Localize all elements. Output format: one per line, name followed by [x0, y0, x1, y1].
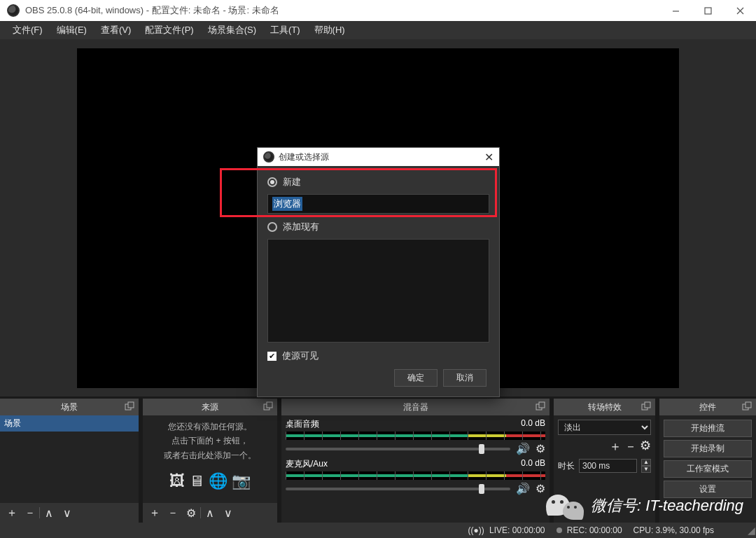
add-source-button[interactable]: ＋ — [146, 504, 164, 521]
resize-grip-icon[interactable]: ◢ — [748, 525, 753, 536]
hint-line: 或者右击此处添加一个。 — [147, 448, 273, 462]
scenes-toolbar: ＋ － ∧ ∨ — [0, 503, 139, 523]
sources-empty-hint: 您还没有添加任何源。 点击下面的 + 按钮， 或者右击此处添加一个。 🖼 🖥 🌐… — [143, 415, 277, 503]
cpu-status: CPU: 3.9%, 30.00 fps — [634, 525, 714, 535]
remove-source-button[interactable]: － — [164, 504, 182, 521]
menu-file[interactable]: 文件(F) — [6, 22, 50, 39]
svg-rect-13 — [746, 402, 751, 408]
mixer-panel: 混音器 桌面音频0.0 dB 🔊⚙ 麦克风/Aux0.0 dB 🔊⚙ — [281, 399, 550, 523]
popout-icon[interactable] — [536, 401, 545, 411]
cancel-button[interactable]: 取消 — [443, 369, 486, 387]
scene-item[interactable]: 场景 — [0, 415, 139, 432]
existing-sources-list[interactable] — [267, 239, 489, 343]
wechat-icon — [546, 492, 584, 520]
watermark: 微信号: IT-teacherding — [546, 492, 743, 520]
duration-label: 时长 — [558, 460, 575, 472]
add-transition-button[interactable]: ＋ — [609, 438, 622, 455]
status-bar: ((●)) LIVE: 00:00:00 REC: 00:00:00 CPU: … — [0, 523, 756, 538]
svg-rect-7 — [267, 402, 272, 408]
gear-icon[interactable]: ⚙ — [536, 442, 545, 455]
image-icon: 🖼 — [169, 468, 185, 494]
sources-toolbar: ＋ － ⚙ ∧ ∨ — [143, 503, 277, 523]
ok-button[interactable]: 确定 — [394, 369, 438, 387]
menu-help[interactable]: 帮助(H) — [307, 22, 352, 39]
menu-scenes[interactable]: 场景集合(S) — [201, 22, 263, 39]
menu-view[interactable]: 查看(V) — [94, 22, 138, 39]
camera-icon: 📷 — [232, 468, 251, 494]
popout-icon[interactable] — [641, 401, 651, 411]
hint-line: 点击下面的 + 按钮， — [147, 434, 273, 448]
radio-icon — [267, 177, 277, 187]
minimize-button[interactable] — [659, 0, 692, 21]
volume-slider[interactable] — [286, 448, 510, 450]
menu-edit[interactable]: 编辑(E) — [50, 22, 94, 39]
vu-meter — [286, 471, 545, 480]
dialog-titlebar[interactable]: 创建或选择源 ✕ — [258, 148, 499, 166]
input-selected-text: 浏览器 — [272, 197, 302, 211]
checkbox-icon: ✔ — [267, 352, 276, 361]
obs-logo-icon — [263, 151, 274, 163]
transition-settings-button[interactable]: ⚙ — [640, 438, 651, 455]
remove-scene-button[interactable]: － — [21, 504, 39, 521]
create-source-dialog: 创建或选择源 ✕ 新建 浏览器 添加现有 ✔ 使源可见 确定 取消 — [257, 147, 500, 397]
volume-slider[interactable] — [286, 488, 510, 490]
source-up-button[interactable]: ∧ — [201, 504, 219, 521]
radio-add-existing[interactable]: 添加现有 — [267, 221, 489, 233]
speaker-icon[interactable]: 🔊 — [516, 482, 530, 495]
source-down-button[interactable]: ∨ — [219, 504, 237, 521]
channel-name: 麦克风/Aux — [286, 458, 328, 470]
scenes-panel: 场景 场景 ＋ － ∧ ∨ — [0, 399, 139, 523]
record-dot-icon — [556, 527, 562, 533]
svg-rect-11 — [645, 402, 650, 408]
window-title: OBS 25.0.8 (64-bit, windows) - 配置文件: 未命名… — [25, 4, 279, 17]
duration-input[interactable] — [579, 459, 637, 473]
transitions-title: 转场特效 — [588, 401, 622, 413]
dialog-close-button[interactable]: ✕ — [484, 151, 493, 164]
controls-title: 控件 — [699, 401, 716, 413]
duration-spinner[interactable]: ▲▼ — [641, 459, 651, 473]
popout-icon[interactable] — [742, 401, 752, 411]
gear-icon[interactable]: ⚙ — [536, 482, 545, 495]
radio-icon — [267, 222, 277, 232]
source-props-button[interactable]: ⚙ — [182, 504, 200, 521]
speaker-icon[interactable]: 🔊 — [516, 442, 530, 455]
mixer-channel: 麦克风/Aux0.0 dB 🔊⚙ — [286, 458, 545, 495]
svg-rect-1 — [705, 8, 711, 14]
source-name-input[interactable]: 浏览器 — [267, 194, 489, 214]
transition-select[interactable]: 淡出 — [558, 420, 651, 435]
radio-label: 添加现有 — [283, 221, 319, 233]
menu-profile[interactable]: 配置文件(P) — [138, 22, 200, 39]
watermark-text: 微信号: IT-teacherding — [591, 495, 743, 516]
radio-label: 新建 — [283, 176, 301, 188]
menu-tools[interactable]: 工具(T) — [263, 22, 307, 39]
window-titlebar: OBS 25.0.8 (64-bit, windows) - 配置文件: 未命名… — [0, 0, 756, 21]
display-icon: 🖥 — [189, 468, 204, 494]
hint-line: 您还没有添加任何源。 — [147, 420, 273, 434]
globe-icon: 🌐 — [209, 468, 227, 494]
live-time: 00:00:00 — [512, 525, 545, 535]
obs-logo-icon — [7, 4, 20, 17]
studio-mode-button[interactable]: 工作室模式 — [664, 460, 752, 478]
remove-transition-button[interactable]: － — [624, 438, 637, 455]
scene-down-button[interactable]: ∨ — [58, 504, 76, 521]
mixer-title: 混音器 — [403, 401, 428, 413]
mixer-channel: 桌面音频0.0 dB 🔊⚙ — [286, 418, 545, 455]
menu-bar: 文件(F) 编辑(E) 查看(V) 配置文件(P) 场景集合(S) 工具(T) … — [0, 21, 756, 39]
close-button[interactable] — [724, 0, 756, 21]
svg-rect-9 — [539, 402, 545, 408]
make-visible-checkbox[interactable]: ✔ 使源可见 — [267, 350, 489, 362]
sources-panel: 来源 您还没有添加任何源。 点击下面的 + 按钮， 或者右击此处添加一个。 🖼 … — [143, 399, 277, 523]
popout-icon[interactable] — [125, 401, 134, 411]
checkbox-label: 使源可见 — [282, 350, 318, 362]
svg-rect-5 — [128, 402, 134, 408]
channel-name: 桌面音频 — [286, 418, 319, 430]
popout-icon[interactable] — [263, 401, 273, 411]
start-recording-button[interactable]: 开始录制 — [664, 440, 752, 457]
add-scene-button[interactable]: ＋ — [3, 504, 21, 521]
scene-up-button[interactable]: ∧ — [40, 504, 58, 521]
radio-create-new[interactable]: 新建 — [267, 176, 489, 188]
rec-time: 00:00:00 — [589, 525, 622, 535]
rec-label: REC: — [567, 525, 587, 535]
start-streaming-button[interactable]: 开始推流 — [664, 420, 752, 437]
maximize-button[interactable] — [692, 0, 724, 21]
